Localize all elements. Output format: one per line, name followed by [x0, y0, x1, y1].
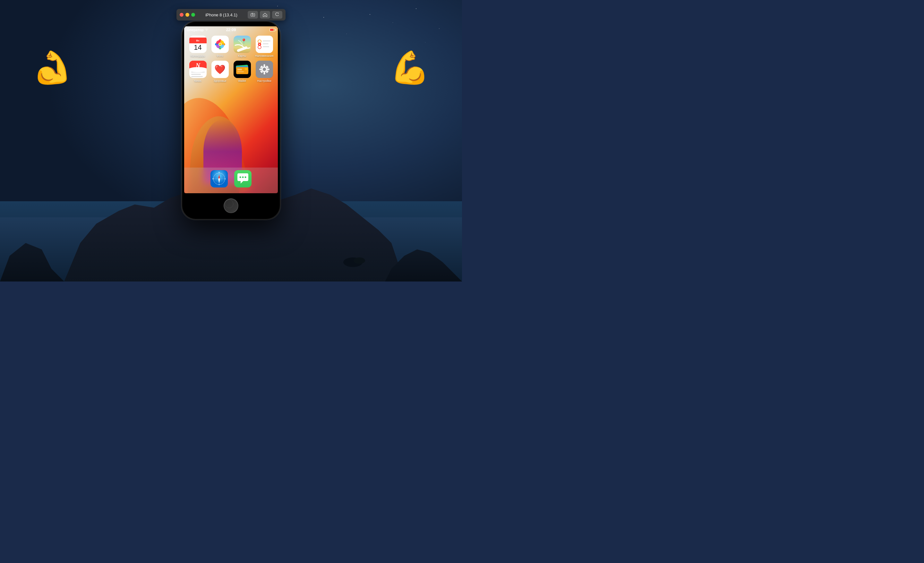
svg-rect-22: [263, 46, 269, 47]
svg-rect-39: [245, 68, 248, 70]
muscle-left-emoji: 💪: [32, 51, 72, 83]
reminders-label: Напоминания: [255, 54, 273, 57]
wifi-icon: [205, 28, 208, 32]
home-screen-apps: Вс 14 Календарь: [187, 34, 275, 84]
settings-label: Настройки: [257, 79, 271, 83]
iphone-frame: Оператор 22:09: [181, 21, 281, 220]
dock-app-safari[interactable]: N S E W: [210, 170, 228, 188]
messages-icon: [234, 170, 252, 188]
svg-rect-44: [259, 69, 262, 70]
rotate-button[interactable]: [272, 11, 282, 19]
minimize-button[interactable]: [186, 13, 189, 17]
health-icon: ❤️: [212, 61, 229, 78]
svg-point-4: [252, 15, 254, 16]
svg-point-15: [219, 44, 221, 46]
svg-rect-30: [191, 74, 201, 75]
svg-rect-42: [263, 64, 265, 67]
battery-icon: [270, 28, 275, 32]
ios-status-bar: Оператор 22:09: [184, 26, 278, 33]
app-photos[interactable]: Фото: [210, 36, 230, 57]
settings-icon: [256, 61, 273, 78]
svg-point-63: [240, 177, 241, 178]
calendar-icon: Вс 14: [189, 36, 207, 53]
svg-rect-43: [263, 72, 265, 75]
reminders-icon: [256, 36, 273, 53]
title-bar-buttons: [248, 11, 282, 19]
news-label: News: [194, 79, 201, 83]
app-reminders[interactable]: Напоминания: [255, 36, 274, 57]
iphone-body: Оператор 22:09: [182, 22, 280, 219]
close-button[interactable]: [180, 13, 183, 17]
svg-rect-31: [191, 76, 203, 77]
app-wallet[interactable]: Wallet: [232, 61, 252, 83]
photos-icon: [212, 36, 229, 53]
status-time: 22:09: [226, 28, 236, 32]
svg-rect-38: [237, 71, 244, 72]
calendar-label: Календарь: [190, 54, 205, 57]
carrier-wifi: Оператор: [187, 28, 208, 32]
maps-label: Карты: [238, 54, 246, 57]
simulator-title-bar: iPhone 8 (13.4.1): [177, 9, 285, 21]
svg-text:W: W: [212, 178, 214, 180]
app-calendar[interactable]: Вс 14 Календарь: [188, 36, 207, 57]
app-maps[interactable]: 📍 Карты: [232, 36, 252, 57]
svg-rect-5: [252, 13, 253, 14]
iphone-screen: Оператор 22:09: [184, 26, 278, 193]
screenshot-button[interactable]: [248, 11, 258, 19]
muscle-right-emoji: 💪: [390, 51, 430, 83]
desktop-background: 💪 💪 iPhone 8 (13.4.1): [0, 0, 462, 281]
health-label: Здоровье: [213, 79, 226, 83]
safari-icon: N S E W: [210, 170, 228, 188]
photos-label: Фото: [217, 54, 223, 57]
calendar-date: 14: [194, 44, 201, 51]
news-icon: N: [189, 61, 207, 78]
battery-fill: [270, 29, 273, 31]
svg-point-57: [219, 178, 220, 179]
status-right: [270, 28, 275, 32]
svg-rect-20: [263, 44, 268, 44]
traffic-lights: [180, 13, 195, 17]
svg-text:N: N: [219, 171, 220, 173]
dock-app-messages[interactable]: [234, 170, 252, 188]
wallet-icon: [234, 61, 251, 78]
app-health[interactable]: ❤️ Здоровье: [210, 61, 230, 83]
svg-point-2: [354, 257, 365, 264]
svg-point-66: [225, 200, 233, 208]
carrier-text: Оператор: [187, 28, 204, 32]
maps-icon: 📍: [234, 36, 251, 53]
wallet-label: Wallet: [238, 79, 246, 83]
iphone-simulator: Оператор 22:09: [181, 21, 281, 220]
ios-dock: N S E W: [184, 168, 278, 193]
window-title: iPhone 8 (13.4.1): [198, 12, 245, 17]
svg-rect-37: [237, 69, 242, 70]
svg-point-32: [189, 67, 207, 72]
svg-point-64: [242, 177, 244, 178]
svg-rect-45: [267, 69, 270, 70]
home-button-toolbar[interactable]: [260, 11, 270, 19]
calendar-day-header: Вс: [189, 38, 207, 44]
app-settings[interactable]: Настройки: [255, 61, 274, 83]
svg-rect-18: [263, 41, 270, 41]
svg-point-41: [263, 68, 266, 71]
svg-rect-3: [251, 14, 255, 17]
home-button[interactable]: [224, 198, 238, 213]
maximize-button[interactable]: [191, 13, 195, 17]
svg-point-65: [245, 177, 246, 178]
app-news[interactable]: N News: [188, 61, 207, 83]
